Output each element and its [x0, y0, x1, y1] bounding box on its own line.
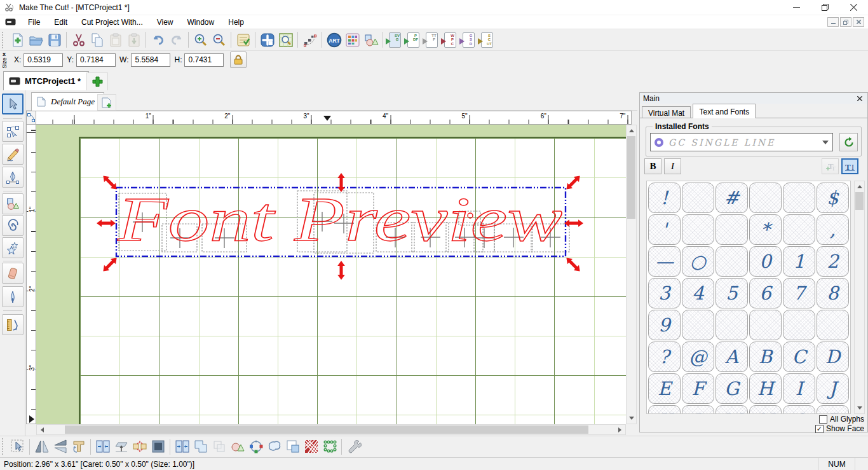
add-text-button[interactable]: TT [822, 158, 839, 174]
scroll-up-button[interactable] [627, 125, 636, 135]
panel-header[interactable]: Main [640, 93, 867, 104]
measure-tool[interactable] [2, 314, 24, 335]
break-apart-button[interactable] [130, 438, 149, 456]
panel-close-icon[interactable] [855, 94, 864, 102]
project-notes-button[interactable] [234, 31, 252, 49]
art-gallery-button[interactable]: ART [325, 31, 343, 49]
skew-button[interactable] [112, 438, 130, 456]
eraser-tool[interactable] [2, 263, 24, 284]
add-page-button[interactable] [97, 94, 116, 111]
minimize-button[interactable] [782, 0, 811, 15]
group-button[interactable] [210, 438, 228, 456]
cut-with-mat-button[interactable] [258, 31, 276, 49]
glyph-cell[interactable]: ? [648, 342, 681, 372]
resize-handle-bottom[interactable] [337, 261, 345, 280]
basic-shapes-button[interactable] [362, 31, 380, 49]
glyph-cell[interactable]: ' [648, 214, 681, 245]
glyph-cell[interactable]: — [648, 246, 681, 277]
canvas-vertical-scrollbar[interactable] [626, 125, 637, 424]
glyph-cell[interactable] [715, 246, 748, 277]
glyph-cell[interactable]: P [817, 405, 849, 414]
glyph-scroll-down[interactable] [855, 403, 864, 413]
settings-wrench-button[interactable] [344, 438, 363, 456]
glyph-cell[interactable]: $ [817, 183, 849, 213]
glyph-cell[interactable]: 7 [783, 278, 815, 308]
import-ttf-button[interactable]: TTF [423, 31, 441, 49]
h-ruler[interactable]: 1"2"3"4"5"6"7" [36, 111, 632, 125]
glyph-cell[interactable] [682, 183, 714, 213]
glyph-cell[interactable]: G [715, 373, 748, 404]
glyph-cell[interactable]: J [817, 373, 849, 404]
glyph-cell[interactable]: O [783, 405, 815, 414]
redo-button[interactable] [167, 31, 186, 49]
mdi-restore-button[interactable] [840, 17, 851, 27]
menu-item-cut-project-with[interactable]: Cut Project With... [74, 16, 150, 29]
resize-handle-bottom-left[interactable] [100, 255, 119, 273]
scroll-right-button[interactable] [615, 425, 625, 434]
glyph-cell[interactable]: M [715, 405, 748, 414]
menu-item-view[interactable]: View [150, 16, 180, 29]
glyph-cell[interactable]: C [783, 342, 815, 372]
add-project-button[interactable] [86, 73, 108, 90]
lattice-button[interactable] [302, 438, 320, 456]
glyph-cell[interactable] [715, 214, 748, 245]
shadow-layer-button[interactable] [149, 438, 167, 456]
conic-warp-button[interactable] [247, 438, 265, 456]
resize-handle-right[interactable] [564, 219, 583, 227]
font-select[interactable]: GC SINGLE LINE [650, 133, 833, 151]
paste-button[interactable] [106, 31, 125, 49]
glyph-cell[interactable]: 9 [648, 310, 681, 340]
scroll-left-button[interactable] [37, 425, 47, 434]
glyph-cell[interactable]: 8 [817, 278, 849, 308]
star-tool[interactable] [2, 237, 24, 258]
shape-gallery-button[interactable] [343, 31, 362, 49]
shapes-tool[interactable] [2, 193, 24, 214]
import-gsd-button[interactable]: GSD [459, 31, 478, 49]
glyph-cell[interactable]: 4 [682, 278, 714, 308]
knife-tool[interactable] [2, 286, 24, 307]
glyph-cell[interactable] [783, 183, 815, 213]
glyph-cell[interactable]: * [749, 214, 782, 245]
show-face-checkbox[interactable] [815, 425, 824, 433]
mdi-close-button[interactable] [853, 17, 864, 27]
save-project-button[interactable] [45, 31, 64, 49]
project-tab[interactable]: MTCProject1 * [3, 71, 89, 90]
glyph-cell[interactable]: 6 [749, 278, 782, 308]
horizontal-scroll-thumb[interactable] [65, 425, 588, 434]
glyph-cell[interactable]: 0 [749, 246, 782, 277]
bottom-toolbar-grip[interactable] [2, 438, 6, 455]
pixel-trace-button[interactable] [301, 31, 319, 49]
glyph-cell[interactable]: K [648, 405, 681, 414]
menu-item-edit[interactable]: Edit [47, 16, 74, 29]
import-svg-button[interactable]: SVG [386, 31, 404, 49]
page-tab[interactable]: Default Page [31, 92, 104, 111]
import-scut-button[interactable]: SCUT [478, 31, 496, 49]
glyph-cell[interactable] [749, 310, 782, 340]
flip-vertical-button[interactable] [51, 438, 69, 456]
resize-handle-top-right[interactable] [564, 173, 582, 191]
refresh-fonts-button[interactable] [839, 133, 858, 151]
shape-magic-button[interactable] [228, 438, 247, 456]
tab-text-and-fonts[interactable]: Text and Fonts [693, 104, 756, 118]
import-wpc-button[interactable]: WPC [441, 31, 459, 49]
virtual-mat-canvas[interactable]: Font Preview [36, 125, 626, 424]
restore-button[interactable] [811, 0, 839, 15]
canvas-preview-text[interactable]: Font Preview [117, 184, 562, 254]
insert-text-button[interactable]: TI [841, 158, 858, 174]
glyph-cell[interactable]: L [682, 405, 714, 414]
size-toolbar-close[interactable]: x [3, 51, 6, 57]
scroll-down-button[interactable] [627, 413, 636, 424]
open-project-button[interactable] [27, 31, 45, 49]
resize-handle-top-left[interactable] [100, 173, 119, 191]
glyph-cell[interactable]: D [817, 342, 849, 372]
import-pdf-button[interactable]: PDF [404, 31, 423, 49]
node-edit-tool[interactable] [2, 121, 24, 142]
italic-button[interactable]: I [664, 158, 681, 174]
copy-button[interactable] [88, 31, 106, 49]
bezier-tool[interactable] [2, 167, 24, 188]
bold-button[interactable]: B [644, 158, 661, 174]
menu-item-window[interactable]: Window [180, 16, 222, 29]
glyph-cell[interactable]: ! [648, 183, 681, 213]
stretch-horizontal-button[interactable] [93, 438, 112, 456]
glyph-cell[interactable]: 2 [817, 246, 849, 277]
